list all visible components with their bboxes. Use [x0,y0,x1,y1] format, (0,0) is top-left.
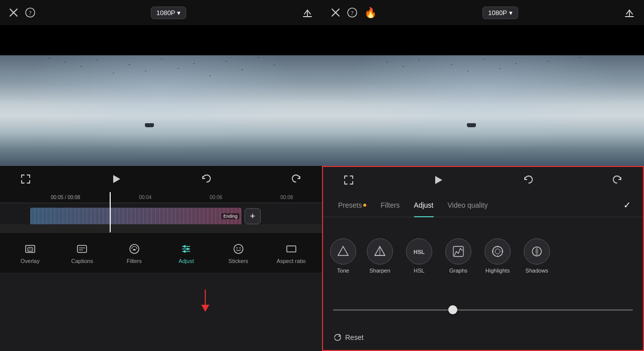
track-clip[interactable]: Ending [30,208,242,225]
adjust-tool-highlights[interactable]: Highlights [480,238,515,274]
captions-icon [75,242,89,256]
left-fullscreen-button[interactable] [20,173,31,185]
adjust-label: Adjust [179,258,194,264]
bird-dot [209,75,211,76]
right-help-button[interactable]: ? [347,8,357,18]
ruler-time-0: 00:05 / 00:08 [30,195,101,200]
right-close-button[interactable] [331,8,340,17]
adjust-icon [179,242,193,256]
tool-stickers[interactable]: Stickers [224,242,252,264]
right-play-button[interactable] [432,174,444,186]
bird-dot [64,62,66,62]
right-birds-overlay [322,55,644,100]
timeline-track: Ending + [0,206,322,226]
right-fullscreen-button[interactable] [343,174,354,186]
right-panel: ? 🔥 1080P ▾ [322,0,644,351]
overlay-label: Overlay [21,258,40,264]
right-redo-button[interactable] [612,174,623,186]
clip-inner [30,208,242,225]
tone-label: Tone [337,268,349,274]
bird-dot [403,66,404,67]
sharpen-label: Sharpen [369,268,390,274]
bird-dot [225,61,227,61]
ruler-time-3: 00:08 [252,195,323,200]
bird-dot [193,63,195,64]
right-undo-button[interactable] [523,174,534,186]
right-resolution-button[interactable]: 1080P ▾ [482,7,518,19]
bird-dot [451,64,452,65]
slider-fill [333,309,453,311]
left-resolution-arrow: ▾ [177,9,181,17]
tool-aspect-ratio[interactable]: Aspect ratio [277,242,306,264]
tab-adjust-label: Adjust [414,201,434,209]
tool-adjust[interactable]: Adjust [173,242,200,264]
tab-checkmark[interactable]: ✓ [623,200,635,211]
left-top-bar-left: ? [9,8,35,18]
left-redo-button[interactable] [291,173,302,185]
slider-thumb[interactable] [448,305,457,314]
filters-icon [127,242,141,256]
adjust-tool-graphs[interactable]: Graphs [441,238,476,274]
tab-video-quality[interactable]: Video quality [441,193,495,217]
reset-label: Reset [345,333,364,341]
adjust-tool-hsl[interactable]: HSL HSL [401,238,437,274]
svg-point-14 [184,245,186,247]
tab-adjust[interactable]: Adjust [407,193,441,217]
bird-dot [515,63,517,64]
left-video-preview [0,55,322,166]
aspect-ratio-label: Aspect ratio [277,258,306,264]
left-resolution-button[interactable]: 1080P ▾ [151,7,187,19]
adjust-tool-shadows[interactable]: Shadows [519,238,554,274]
tool-overlay[interactable]: Overlay [16,242,44,264]
shadows-icon [524,238,550,265]
bird-dot [274,65,275,65]
clip-add-button[interactable]: + [245,208,261,224]
left-close-button[interactable] [9,8,18,17]
tab-filters-label: Filters [380,201,399,209]
hsl-icon: HSL [406,238,432,265]
left-top-bar-center: 1080P ▾ [151,7,187,19]
svg-marker-30 [338,246,348,255]
shadows-label: Shadows [525,268,548,274]
adjust-arrow [201,290,209,312]
stickers-label: Stickers [228,258,248,264]
tool-filters[interactable]: Filters [120,242,148,264]
tabs-bar: Presets Filters Adjust Video quality ✓ [323,193,643,217]
left-controls-bar [0,166,322,192]
left-play-button[interactable] [110,173,122,185]
svg-point-36 [493,246,503,256]
adjust-tools-scroll: Tone Sharpen HSL [323,217,643,295]
right-upload-button[interactable] [624,7,635,18]
arrow-line [205,290,206,305]
bird-dot [499,68,501,69]
svg-point-19 [234,244,243,253]
captions-label: Captions [71,258,93,264]
tool-captions[interactable]: Captions [68,242,96,264]
highlights-label: Highlights [486,268,510,274]
bird-dot [113,73,114,73]
left-undo-button[interactable] [201,173,212,185]
bird-dot [386,62,388,62]
left-top-bar: ? 1080P ▾ [0,0,322,25]
svg-rect-9 [77,245,87,252]
tab-filters[interactable]: Filters [373,193,407,217]
timeline-ruler: 00:05 / 00:08 00:04 00:06 00:08 [0,192,322,203]
bird-dot [145,71,146,71]
slider-track[interactable] [333,309,633,311]
tone-icon [330,238,356,265]
left-help-button[interactable]: ? [25,8,35,18]
svg-point-16 [187,247,189,250]
svg-point-37 [495,249,500,254]
adjust-tool-tone[interactable]: Tone [328,238,358,274]
svg-point-20 [236,247,237,248]
boat [145,123,154,127]
hsl-label: HSL [414,268,424,274]
left-upload-button[interactable] [302,7,313,18]
right-resolution-arrow: ▾ [509,9,513,17]
adjust-tool-sharpen[interactable]: Sharpen [362,238,397,274]
timeline-bottom-bar [0,224,322,232]
reset-button[interactable]: Reset [333,333,364,342]
svg-point-18 [184,250,186,252]
bird-dot [97,60,98,60]
tab-presets[interactable]: Presets [331,193,373,217]
